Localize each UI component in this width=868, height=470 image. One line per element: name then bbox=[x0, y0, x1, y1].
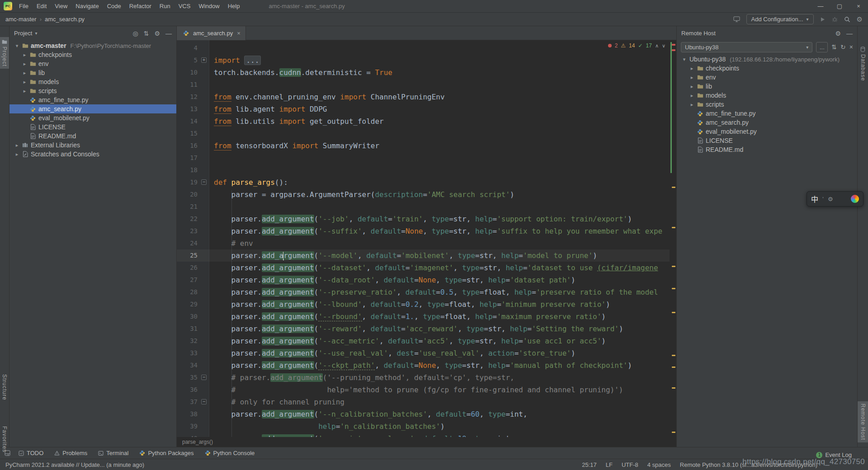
chevron-right-icon[interactable]: ▸ bbox=[21, 79, 28, 85]
remote-item-models[interactable]: ▸models bbox=[677, 91, 857, 100]
chevron-right-icon[interactable]: ▸ bbox=[688, 66, 696, 71]
ime-settings-icon[interactable]: ⚙ bbox=[828, 196, 833, 202]
menu-view[interactable]: View bbox=[51, 1, 71, 11]
code-line-10[interactable]: 10torch.backends.cudnn.deterministic = T… bbox=[177, 66, 670, 79]
code-line-38[interactable]: 38 parser.add_argument('--n_calibration_… bbox=[177, 408, 670, 420]
chevron-down-icon[interactable]: ▾ bbox=[35, 31, 37, 36]
menu-file[interactable]: File bbox=[15, 1, 33, 11]
remote-item-env[interactable]: ▸env bbox=[677, 73, 857, 82]
tool-window-problems[interactable]: Problems bbox=[54, 450, 87, 456]
fold-collapse-icon[interactable]: − bbox=[201, 375, 207, 380]
chevron-right-icon[interactable]: ▸ bbox=[688, 102, 696, 108]
code-line-28[interactable]: 28 parser.add_argument('--preserve_ratio… bbox=[177, 286, 670, 298]
line-separator[interactable]: LF bbox=[606, 461, 613, 468]
fold-expand-icon[interactable]: + bbox=[201, 57, 207, 63]
tool-window-python-console[interactable]: Python Console bbox=[205, 450, 255, 456]
chevron-down-icon[interactable]: ▾ bbox=[13, 43, 21, 49]
encoding[interactable]: UTF-8 bbox=[622, 461, 638, 468]
project-item-checkpoints[interactable]: ▸checkpoints bbox=[9, 50, 176, 59]
minimize-icon[interactable]: — bbox=[811, 0, 830, 12]
hide-panel-icon[interactable]: ― bbox=[846, 30, 853, 37]
update-notification[interactable]: PyCharm 2021.2 available // Update... (a… bbox=[5, 461, 144, 468]
tool-window-todo[interactable]: TODO bbox=[19, 450, 43, 456]
chevron-right-icon[interactable]: ▸ bbox=[688, 93, 696, 99]
code-line-35[interactable]: 35− # parser.add_argument('--pruning_met… bbox=[177, 371, 670, 384]
chevron-right-icon[interactable]: ▸ bbox=[13, 151, 21, 157]
settings-gear-icon[interactable]: ⚙ bbox=[857, 15, 863, 24]
project-item-license[interactable]: LICENSE bbox=[9, 122, 176, 132]
code-line-40[interactable]: 40 parser.add_argument('--n_points_per_l… bbox=[177, 432, 670, 437]
remote-item-eval-mobilenet-py[interactable]: eval_mobilenet.py bbox=[677, 127, 857, 136]
fold-collapse-icon[interactable]: − bbox=[201, 399, 207, 404]
screen-share-icon[interactable] bbox=[733, 16, 740, 22]
menu-window[interactable]: Window bbox=[194, 1, 223, 11]
run-icon[interactable] bbox=[820, 17, 826, 22]
code-line-16[interactable]: 16from tensorboardX import SummaryWriter bbox=[177, 140, 670, 152]
menu-code[interactable]: Code bbox=[103, 1, 125, 11]
code-line-18[interactable]: 18 bbox=[177, 164, 670, 176]
next-issue-icon[interactable]: ∨ bbox=[662, 43, 665, 49]
indent-style[interactable]: 4 spaces bbox=[647, 461, 671, 468]
project-item-scratches-and-consoles[interactable]: ▸Scratches and Consoles bbox=[9, 150, 176, 159]
project-item-amc-search-py[interactable]: amc_search.py bbox=[9, 104, 176, 113]
tool-button-structure[interactable]: Structure bbox=[0, 372, 9, 403]
ime-punctuation-icon[interactable]: ’ bbox=[822, 196, 824, 202]
prev-issue-icon[interactable]: ∧ bbox=[655, 43, 659, 49]
remote-item-lib[interactable]: ▸lib bbox=[677, 82, 857, 91]
remote-item-license[interactable]: LICENSE bbox=[677, 136, 857, 145]
browse-button[interactable]: ... bbox=[816, 42, 828, 52]
tool-window-terminal[interactable]: Terminal bbox=[98, 450, 128, 456]
chevron-right-icon[interactable]: ▸ bbox=[13, 142, 21, 148]
chevron-right-icon[interactable]: ▸ bbox=[688, 75, 696, 80]
close-panel-icon[interactable]: × bbox=[849, 43, 853, 51]
server-select[interactable]: Ubuntu-py38 ▾ bbox=[681, 42, 812, 52]
code-line-24[interactable]: 24 # env bbox=[177, 237, 670, 249]
close-icon[interactable]: × bbox=[849, 0, 868, 12]
project-item-external-libraries[interactable]: ▸External Libraries bbox=[9, 141, 176, 150]
ime-logo-icon[interactable] bbox=[851, 195, 859, 203]
menu-run[interactable]: Run bbox=[156, 1, 175, 11]
chevron-right-icon[interactable]: ▸ bbox=[21, 52, 28, 58]
run-configuration-select[interactable]: Add Configuration... ▾ bbox=[746, 14, 814, 24]
project-item-lib[interactable]: ▸lib bbox=[9, 68, 176, 77]
tab-amc-search-py[interactable]: amc_search.py × bbox=[177, 26, 246, 40]
code-line-37[interactable]: 37− # only for channel pruning bbox=[177, 396, 670, 408]
code-line-4[interactable]: 4 bbox=[177, 42, 670, 54]
breadcrumb-project[interactable]: amc-master bbox=[5, 16, 37, 23]
hide-panel-icon[interactable]: ― bbox=[165, 30, 172, 37]
tool-button-favorites[interactable]: Favorites bbox=[0, 424, 9, 455]
project-item-amc-master[interactable]: ▾amc-masterF:\Python\PyTorch\amc-master bbox=[9, 41, 176, 50]
remote-item-amc-search-py[interactable]: amc_search.py bbox=[677, 118, 857, 127]
maximize-icon[interactable]: ▢ bbox=[830, 0, 849, 12]
tool-button-database[interactable]: Database bbox=[858, 44, 868, 83]
remote-item-readme-md[interactable]: README.md bbox=[677, 145, 857, 154]
chevron-right-icon[interactable]: ▸ bbox=[688, 84, 696, 89]
remote-item-scripts[interactable]: ▸scripts bbox=[677, 100, 857, 109]
chevron-right-icon[interactable]: ▸ bbox=[21, 88, 28, 94]
code-line-25[interactable]: 25 parser.add_argument('--model', defaul… bbox=[177, 249, 670, 262]
code-line-33[interactable]: 33 parser.add_argument('--use_real_val',… bbox=[177, 347, 670, 359]
chevron-right-icon[interactable]: ▸ bbox=[21, 70, 28, 76]
project-item-eval-mobilenet-py[interactable]: eval_mobilenet.py bbox=[9, 113, 176, 122]
code-line-31[interactable]: 31 parser.add_argument('--reward', defau… bbox=[177, 323, 670, 335]
ime-widget[interactable]: 中 ’ ⚙ bbox=[807, 191, 863, 207]
fold-collapse-icon[interactable]: − bbox=[201, 179, 207, 185]
code-line-39[interactable]: 39 help='n_calibration_batches') bbox=[177, 420, 670, 432]
code-line-20[interactable]: 20 parser = argparse.ArgumentParser(desc… bbox=[177, 188, 670, 201]
error-stripe[interactable] bbox=[670, 40, 676, 437]
tool-button-project[interactable]: Project bbox=[0, 37, 9, 69]
code-line-19[interactable]: 19−def parse_args(): bbox=[177, 176, 670, 188]
code-editor[interactable]: 45+import ...10torch.backends.cudnn.dete… bbox=[177, 40, 676, 437]
menu-navigate[interactable]: Navigate bbox=[71, 1, 103, 11]
remote-item-ubuntu-py38[interactable]: ▾Ubuntu-py38(192.168.66.128:/home/liyanp… bbox=[677, 55, 857, 64]
locate-file-icon[interactable]: ◎ bbox=[132, 30, 138, 37]
chevron-down-icon[interactable]: ▾ bbox=[680, 56, 688, 62]
code-line-21[interactable]: 21 bbox=[177, 201, 670, 213]
tool-button-remote-host[interactable]: Remote Host bbox=[858, 401, 868, 442]
code-line-13[interactable]: 13from lib.agent import DDPG bbox=[177, 103, 670, 115]
remote-item-amc-fine-tune-py[interactable]: amc_fine_tune.py bbox=[677, 109, 857, 118]
code-line-14[interactable]: 14from lib.utils import get_output_folde… bbox=[177, 115, 670, 127]
tool-window-python-packages[interactable]: Python Packages bbox=[139, 450, 193, 456]
collapse-all-icon[interactable]: ⇅ bbox=[144, 30, 149, 37]
gear-icon[interactable]: ⚙ bbox=[835, 30, 841, 37]
